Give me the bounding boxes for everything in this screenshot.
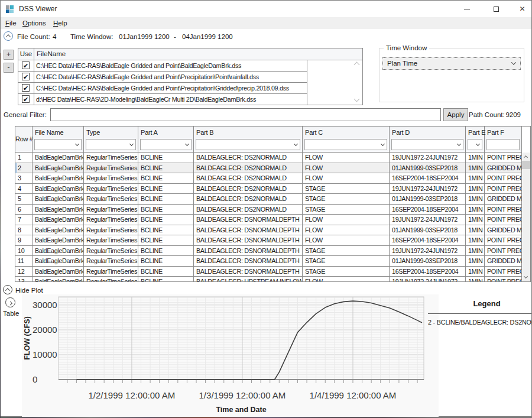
- cell: BCLINE: [138, 225, 194, 236]
- cell: BaldEagleDamBrk: [33, 153, 84, 163]
- file-path-cell[interactable]: C:\HEC Data\HEC-RAS\BaldEagle Gridded an…: [34, 83, 307, 93]
- cell: 1MIN: [466, 267, 485, 277]
- cell: BCLINE: [138, 184, 194, 195]
- y-tick-label: 20000: [33, 325, 67, 335]
- minimize-icon: [464, 9, 470, 9]
- table-vertical-scrollbar[interactable]: [522, 153, 530, 281]
- use-checkbox[interactable]: ✔: [22, 84, 30, 92]
- column-filter-select[interactable]: [34, 139, 82, 150]
- cell: 01JAN1999-03SEP2018: [390, 163, 466, 174]
- column-label: File Name: [35, 129, 63, 137]
- menu-bar: File Options Help: [1, 17, 531, 29]
- legend-title: Legend: [435, 299, 532, 309]
- table-row[interactable]: 2BaldEagleDamBrkRegularTimeSeriesBCLINEB…: [15, 163, 522, 174]
- table-row[interactable]: 10BaldEagleDamBrkRegularTimeSeriesBCLINE…: [15, 246, 522, 257]
- column-header-part-a[interactable]: Part A: [138, 127, 194, 152]
- table-row[interactable]: 11BaldEagleDamBrkRegularTimeSeriesBCLINE…: [15, 256, 522, 267]
- column-header-file-name[interactable]: File Name: [33, 127, 84, 152]
- menu-file[interactable]: File: [5, 17, 17, 29]
- cell: POINT PRECII: [485, 235, 522, 246]
- table-row[interactable]: 6BaldEagleDamBrkRegularTimeSeriesBCLINEB…: [15, 205, 522, 215]
- table-label: Table: [3, 309, 20, 317]
- cell: BALDEAGLECR: DSNORMALDEPTH: [194, 246, 303, 257]
- title-bar: DSS Viewer ✕: [1, 1, 531, 17]
- cell: FLOW: [303, 153, 390, 163]
- general-filter-input[interactable]: [50, 108, 441, 121]
- file-count-label: File Count:: [17, 33, 50, 41]
- file-row: ✔C:\HEC Data\HEC-RAS\BaldEagle Gridded a…: [18, 83, 307, 94]
- table-row[interactable]: 9BaldEagleDamBrkRegularTimeSeriesBCLINEB…: [15, 235, 522, 246]
- column-label: Part F: [487, 129, 504, 137]
- collapse-files-button[interactable]: [4, 31, 13, 41]
- cell: RegularTimeSeries: [84, 277, 138, 281]
- column-header-part-e[interactable]: Part E: [466, 127, 485, 152]
- cell: 6: [15, 205, 33, 215]
- cell: 8: [15, 225, 33, 236]
- column-header-part-f[interactable]: Part F: [485, 127, 522, 152]
- column-label: Part E: [468, 129, 485, 137]
- scroll-up-icon[interactable]: [524, 155, 528, 160]
- file-path-cell[interactable]: C:\HEC Data\HEC-RAS\BaldEagle Gridded an…: [34, 60, 307, 71]
- scrollbar-thumb[interactable]: [522, 161, 530, 169]
- cell: 11: [15, 256, 33, 267]
- table-row[interactable]: 12BaldEagleDamBrkRegularTimeSeriesBCLINE…: [15, 267, 522, 277]
- menu-help[interactable]: Help: [53, 17, 67, 29]
- column-filter-select[interactable]: [86, 139, 136, 150]
- apply-button[interactable]: Apply: [443, 108, 468, 121]
- column-filter-select[interactable]: [304, 139, 387, 150]
- use-checkbox[interactable]: ✔: [22, 61, 30, 69]
- cell: RegularTimeSeries: [84, 153, 138, 163]
- cell: RegularTimeSeries: [84, 163, 138, 174]
- column-header-row-[interactable]: Row #: [15, 127, 33, 152]
- column-filter-select[interactable]: [468, 139, 482, 150]
- table-row[interactable]: 5BaldEagleDamBrkRegularTimeSeriesBCLINEB…: [15, 194, 522, 205]
- cell: RegularTimeSeries: [84, 267, 138, 277]
- table-row[interactable]: 4BaldEagleDamBrkRegularTimeSeriesBCLINEB…: [15, 184, 522, 195]
- table-row[interactable]: 13BaldEagleDamBrkRegularTimeSeriesBCLINE…: [15, 277, 522, 281]
- file-path-cell[interactable]: d:\HEC Data\HEC-RAS\2D-Modeling\BaldEagl…: [34, 94, 307, 105]
- table-expand-button[interactable]: [5, 297, 15, 307]
- cell: BaldEagleDamBrk: [33, 205, 84, 215]
- plan-time-select[interactable]: Plan Time: [382, 57, 521, 70]
- table-row[interactable]: 8BaldEagleDamBrkRegularTimeSeriesBCLINEB…: [15, 225, 522, 236]
- use-checkbox[interactable]: ✔: [22, 73, 30, 80]
- column-header-part-c[interactable]: Part C: [303, 127, 390, 152]
- use-checkbox[interactable]: ✔: [22, 95, 30, 103]
- remove-file-button[interactable]: -: [4, 63, 14, 73]
- selected-row-accent: [15, 163, 17, 174]
- cell: 19JUN1972-24JUN1972: [390, 277, 466, 281]
- table-row[interactable]: 1BaldEagleDamBrkRegularTimeSeriesBCLINEB…: [15, 153, 522, 163]
- column-header-part-d[interactable]: Part D: [390, 127, 466, 152]
- column-header-part-b[interactable]: Part B: [194, 127, 303, 152]
- use-cell: ✔: [18, 94, 34, 105]
- file-path-cell[interactable]: C:\HEC Data\HEC-RAS\BaldEagle Gridded an…: [34, 72, 307, 82]
- column-filter-select[interactable]: [486, 139, 520, 150]
- maximize-button[interactable]: [483, 1, 510, 17]
- file-scroll-up-icon[interactable]: [354, 62, 360, 68]
- path-count-label: Path Count:: [469, 111, 505, 119]
- menu-options[interactable]: Options: [22, 17, 46, 29]
- scroll-down-icon[interactable]: [524, 274, 528, 278]
- close-button[interactable]: ✕: [509, 1, 532, 17]
- chevron-right-icon: [8, 301, 12, 305]
- table-row[interactable]: 7BaldEagleDamBrkRegularTimeSeriesBCLINEB…: [15, 215, 522, 225]
- app-icon: [6, 5, 14, 13]
- column-filter-select[interactable]: [196, 139, 300, 150]
- minimize-button[interactable]: [453, 1, 480, 17]
- cell: RegularTimeSeries: [84, 256, 138, 267]
- cell: BCLINE: [138, 215, 194, 225]
- close-icon: ✕: [519, 5, 525, 12]
- cell: 1MIN: [466, 163, 485, 174]
- cell: 1MIN: [466, 246, 485, 257]
- file-scroll-down-icon[interactable]: [354, 96, 360, 102]
- add-file-button[interactable]: +: [4, 50, 14, 60]
- hide-plot-button[interactable]: [3, 285, 12, 294]
- column-filter-select[interactable]: [391, 139, 463, 150]
- cell: BCLINE: [138, 153, 194, 163]
- column-filter-select[interactable]: [140, 139, 192, 150]
- column-header-type[interactable]: Type: [84, 127, 138, 152]
- file-row: ✔d:\HEC Data\HEC-RAS\2D-Modeling\BaldEag…: [18, 94, 307, 105]
- cell: RegularTimeSeries: [84, 215, 138, 225]
- cell: 01JAN1999-03SEP2018: [390, 225, 466, 236]
- table-row[interactable]: 3BaldEagleDamBrkRegularTimeSeriesBCLINEB…: [15, 173, 522, 184]
